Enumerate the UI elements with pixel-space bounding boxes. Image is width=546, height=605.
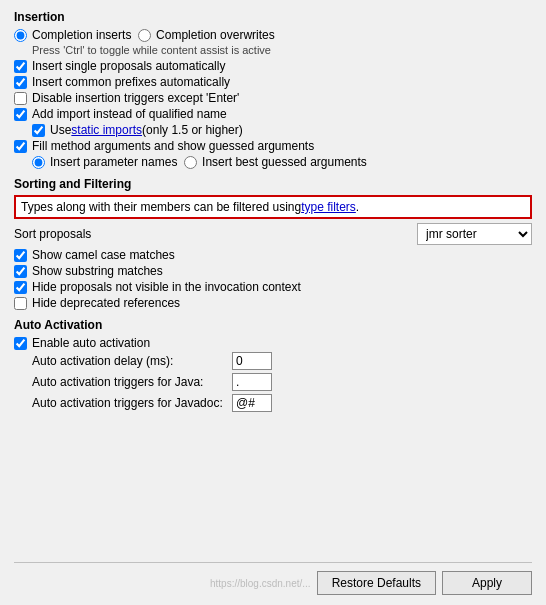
enable-auto-checkbox[interactable]	[14, 337, 27, 350]
sort-proposals-select[interactable]: jmr sorter Default sorter	[417, 223, 532, 245]
common-prefixes-checkbox[interactable]	[14, 76, 27, 89]
bottom-bar: https://blog.csdn.net/... Restore Defaul…	[14, 562, 532, 595]
java-triggers-row: Auto activation triggers for Java:	[14, 373, 532, 391]
type-filters-link[interactable]: type filters	[301, 200, 356, 214]
camel-case-row: Show camel case matches	[14, 248, 532, 262]
sorting-title: Sorting and Filtering	[14, 177, 532, 191]
static-imports-checkbox[interactable]	[32, 124, 45, 137]
hide-deprecated-row: Hide deprecated references	[14, 296, 532, 310]
delay-label: Auto activation delay (ms):	[32, 354, 232, 368]
delay-row: Auto activation delay (ms):	[14, 352, 532, 370]
insert-param-radio[interactable]	[32, 156, 45, 169]
substring-label[interactable]: Show substring matches	[14, 264, 163, 278]
add-import-checkbox[interactable]	[14, 108, 27, 121]
disable-triggers-label[interactable]: Disable insertion triggers except 'Enter…	[14, 91, 239, 105]
apply-button[interactable]: Apply	[442, 571, 532, 595]
best-guessed-radio[interactable]	[184, 156, 197, 169]
enable-auto-label[interactable]: Enable auto activation	[14, 336, 150, 350]
hide-not-visible-label[interactable]: Hide proposals not visible in the invoca…	[14, 280, 301, 294]
ctrl-hint: Press 'Ctrl' to toggle while content ass…	[14, 44, 532, 56]
content-area: Insertion Completion inserts Completion …	[14, 10, 532, 562]
hide-not-visible-checkbox[interactable]	[14, 281, 27, 294]
completion-overwrites-radio[interactable]	[138, 29, 151, 42]
best-guessed-label[interactable]: Insert best guessed arguments	[184, 155, 367, 169]
single-proposals-checkbox[interactable]	[14, 60, 27, 73]
static-imports-row: Use static imports (only 1.5 or higher)	[14, 123, 532, 137]
hide-deprecated-checkbox[interactable]	[14, 297, 27, 310]
delay-input[interactable]	[232, 352, 272, 370]
auto-activation-title: Auto Activation	[14, 318, 532, 332]
single-proposals-label[interactable]: Insert single proposals automatically	[14, 59, 225, 73]
add-import-row: Add import instead of qualified name	[14, 107, 532, 121]
static-imports-link[interactable]: static imports	[71, 123, 142, 137]
fill-method-label[interactable]: Fill method arguments and show guessed a…	[14, 139, 314, 153]
javadoc-triggers-label: Auto activation triggers for Javadoc:	[32, 396, 232, 410]
add-import-label[interactable]: Add import instead of qualified name	[14, 107, 227, 121]
insert-param-label[interactable]: Insert parameter names	[32, 155, 177, 169]
camel-case-checkbox[interactable]	[14, 249, 27, 262]
hide-not-visible-row: Hide proposals not visible in the invoca…	[14, 280, 532, 294]
insertion-title: Insertion	[14, 10, 532, 24]
fill-method-checkbox[interactable]	[14, 140, 27, 153]
disable-triggers-checkbox[interactable]	[14, 92, 27, 105]
javadoc-triggers-input[interactable]	[232, 394, 272, 412]
completion-overwrites-label[interactable]: Completion overwrites	[138, 28, 275, 42]
main-panel: Insertion Completion inserts Completion …	[0, 0, 546, 605]
common-prefixes-label[interactable]: Insert common prefixes automatically	[14, 75, 230, 89]
insertion-radio-row: Completion inserts Completion overwrites	[14, 28, 532, 42]
disable-triggers-row: Disable insertion triggers except 'Enter…	[14, 91, 532, 105]
fill-method-row: Fill method arguments and show guessed a…	[14, 139, 532, 153]
hide-deprecated-label[interactable]: Hide deprecated references	[14, 296, 180, 310]
type-filters-box: Types along with their members can be fi…	[14, 195, 532, 219]
javadoc-triggers-row: Auto activation triggers for Javadoc:	[14, 394, 532, 412]
sort-proposals-row: Sort proposals jmr sorter Default sorter	[14, 223, 532, 245]
substring-checkbox[interactable]	[14, 265, 27, 278]
single-proposals-row: Insert single proposals automatically	[14, 59, 532, 73]
camel-case-label[interactable]: Show camel case matches	[14, 248, 175, 262]
watermark: https://blog.csdn.net/...	[210, 578, 311, 589]
static-imports-label[interactable]: Use static imports (only 1.5 or higher)	[32, 123, 243, 137]
sort-proposals-label: Sort proposals	[14, 227, 91, 241]
common-prefixes-row: Insert common prefixes automatically	[14, 75, 532, 89]
insert-param-row: Insert parameter names Insert best guess…	[14, 155, 532, 169]
completion-inserts-label[interactable]: Completion inserts	[14, 28, 131, 42]
substring-row: Show substring matches	[14, 264, 532, 278]
java-triggers-label: Auto activation triggers for Java:	[32, 375, 232, 389]
enable-auto-row: Enable auto activation	[14, 336, 532, 350]
restore-defaults-button[interactable]: Restore Defaults	[317, 571, 436, 595]
completion-inserts-radio[interactable]	[14, 29, 27, 42]
java-triggers-input[interactable]	[232, 373, 272, 391]
